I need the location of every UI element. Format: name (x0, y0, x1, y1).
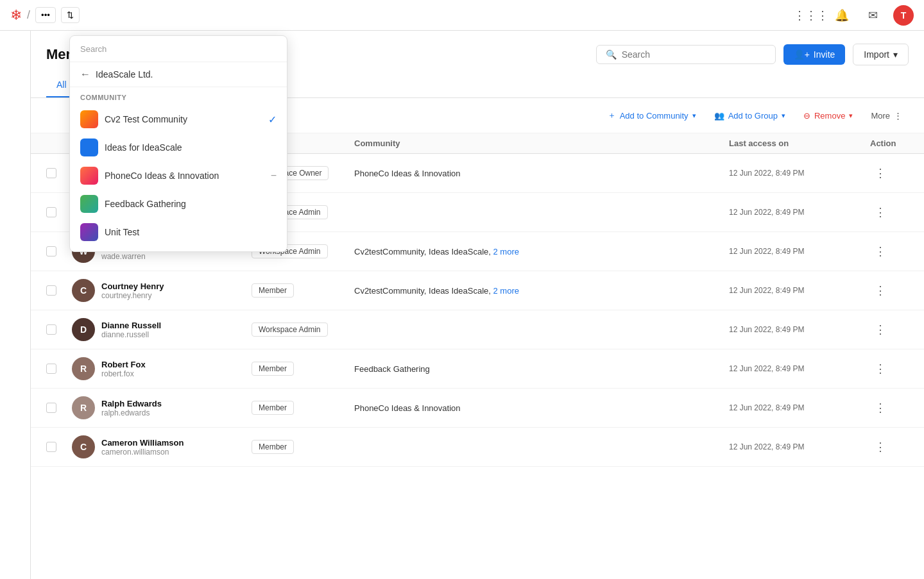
header-community: Community (354, 138, 729, 148)
community-label-cv2: Cv2 Test Community (105, 114, 262, 124)
role-badge-6: Member (252, 401, 294, 415)
dropdown-search-label: Search (80, 44, 107, 54)
user-name-3: Courtney Henry (101, 281, 164, 291)
more-dots-icon: ⋮ (894, 111, 902, 121)
community-more-link[interactable]: 2 more (493, 286, 519, 296)
user-name-7: Cameron Williamson (101, 438, 184, 448)
row-checkbox-3[interactable] (46, 285, 72, 296)
timestamp-4: 12 Jun 2022, 8:49 PM (729, 325, 870, 334)
apps-icon[interactable]: ⋮⋮⋮ (801, 5, 821, 26)
table-row: R Ralph Edwards ralph.edwards Member Pho… (31, 389, 924, 428)
user-avatar[interactable]: T (893, 5, 914, 26)
role-badge-7: Member (252, 440, 294, 454)
user-handle-2: wade.warren (101, 252, 154, 261)
row-action-dots-2[interactable]: ⋮ (870, 241, 891, 262)
dropdown-back-button[interactable]: ← IdeaScale Ltd. (70, 62, 287, 87)
row-action-dots-6[interactable]: ⋮ (870, 398, 891, 418)
nav-left: ❄ / ••• ⇅ (10, 7, 80, 24)
add-to-group-button[interactable]: 👥 Add to Group ▾ (708, 107, 792, 124)
user-info-3: Courtney Henry courtney.henry (101, 281, 164, 300)
nav-more-button[interactable]: ••• (35, 7, 56, 23)
group-icon: 👥 (714, 111, 724, 121)
mail-icon[interactable]: ✉ (862, 5, 883, 26)
add-group-chevron-icon: ▾ (782, 112, 785, 120)
user-name-5: Robert Fox (101, 360, 146, 369)
dropdown-search-area: Search (70, 36, 287, 62)
community-more-link[interactable]: 2 more (493, 247, 519, 256)
timestamp-3: 12 Jun 2022, 8:49 PM (729, 286, 870, 295)
row-action-dots-5[interactable]: ⋮ (870, 358, 891, 379)
community-label-feedback: Feedback Gathering (105, 199, 277, 209)
timestamp-2: 12 Jun 2022, 8:49 PM (729, 247, 870, 256)
timestamp-6: 12 Jun 2022, 8:49 PM (729, 403, 870, 412)
role-badge-3: Member (252, 283, 294, 298)
invite-icon: 👤+ (794, 49, 810, 60)
user-info-5: Robert Fox robert.fox (101, 360, 146, 378)
search-input[interactable] (622, 49, 766, 60)
role-cell-4: Workspace Admin (252, 323, 354, 337)
header-action: Action (870, 138, 909, 148)
community-icon-feedback (80, 195, 98, 213)
add-community-chevron-icon: ▾ (692, 112, 696, 120)
community-cell-2: Cv2testCommunity, Ideas IdeaScale, 2 mor… (354, 247, 729, 256)
user-cell-4: D Dianne Russell dianne.russell (72, 318, 252, 341)
timestamp-0: 12 Jun 2022, 8:49 PM (729, 169, 870, 178)
row-checkbox-2[interactable] (46, 246, 72, 256)
import-button[interactable]: Import ▾ (853, 44, 909, 65)
user-info-4: Dianne Russell dianne.russell (101, 321, 161, 339)
role-cell-6: Member (252, 401, 354, 415)
user-name-6: Ralph Edwards (101, 399, 162, 408)
search-bar[interactable]: 🔍 (596, 45, 776, 64)
row-action-dots-1[interactable]: ⋮ (870, 202, 891, 222)
row-action-dots-7[interactable]: ⋮ (870, 437, 891, 457)
row-action-dots-4[interactable]: ⋮ (870, 319, 891, 340)
user-handle-5: robert.fox (101, 369, 146, 378)
remove-icon: ⊖ (803, 111, 810, 121)
dropdown-items-list: Cv2 Test Community ✓ Ideas for IdeaScale… (70, 105, 287, 246)
user-avatar-6: R (72, 396, 95, 419)
nav-arrows-button[interactable]: ⇅ (61, 7, 80, 23)
more-button[interactable]: More ⋮ (864, 107, 909, 124)
search-icon: 🔍 (606, 49, 617, 60)
back-arrow-icon: ← (80, 69, 90, 80)
dropdown-item-unit[interactable]: Unit Test (70, 218, 287, 246)
header-checkbox (46, 138, 72, 148)
add-to-community-button[interactable]: ＋ Add to Community ▾ (601, 106, 703, 125)
community-icon-ideas (80, 138, 98, 156)
user-handle-4: dianne.russell (101, 330, 161, 339)
header-actions: 🔍 👤+ Invite Import ▾ (596, 44, 909, 65)
nav-right: ⋮⋮⋮ 🔔 ✉ T (801, 5, 914, 26)
user-name-4: Dianne Russell (101, 321, 161, 330)
community-dropdown: Search ← IdeaScale Ltd. COMMUNITY Cv2 Te… (69, 35, 287, 252)
row-checkbox-5[interactable] (46, 364, 72, 374)
dropdown-item-cv2[interactable]: Cv2 Test Community ✓ (70, 105, 287, 133)
invite-button[interactable]: 👤+ Invite (783, 44, 846, 65)
dropdown-item-feedback[interactable]: Feedback Gathering (70, 190, 287, 218)
role-cell-5: Member (252, 362, 354, 376)
dropdown-back-label: IdeaScale Ltd. (96, 69, 153, 80)
row-action-dots-3[interactable]: ⋮ (870, 280, 891, 301)
remove-button[interactable]: ⊖ Remove ▾ (797, 107, 859, 124)
community-icon-phoneco (80, 167, 98, 185)
row-checkbox-0[interactable] (46, 168, 72, 178)
dropdown-item-phoneco[interactable]: PhoneCo Ideas & Innovation − (70, 162, 287, 190)
user-info-7: Cameron Williamson cameron.williamson (101, 438, 184, 457)
notifications-icon[interactable]: 🔔 (832, 5, 852, 26)
import-chevron-icon: ▾ (893, 49, 898, 60)
timestamp-5: 12 Jun 2022, 8:49 PM (729, 364, 870, 373)
row-checkbox-1[interactable] (46, 207, 72, 217)
community-label-ideas: Ideas for IdeaScale (105, 142, 277, 153)
community-label-phoneco: PhoneCo Ideas & Innovation (105, 171, 264, 181)
dropdown-item-ideas[interactable]: Ideas for IdeaScale (70, 133, 287, 162)
row-checkbox-4[interactable] (46, 324, 72, 335)
row-action-dots-0[interactable]: ⋮ (870, 163, 891, 183)
arrow-icon-phoneco: − (271, 170, 277, 181)
timestamp-7: 12 Jun 2022, 8:49 PM (729, 442, 870, 451)
header-last-access: Last access on (729, 138, 870, 148)
community-icon-cv2 (80, 110, 98, 128)
row-checkbox-7[interactable] (46, 442, 72, 452)
top-navigation: ❄ / ••• ⇅ ⋮⋮⋮ 🔔 ✉ T (0, 0, 924, 31)
row-checkbox-6[interactable] (46, 403, 72, 413)
community-cell-6: PhoneCo Ideas & Innovation (354, 403, 729, 413)
sidebar (0, 31, 31, 579)
